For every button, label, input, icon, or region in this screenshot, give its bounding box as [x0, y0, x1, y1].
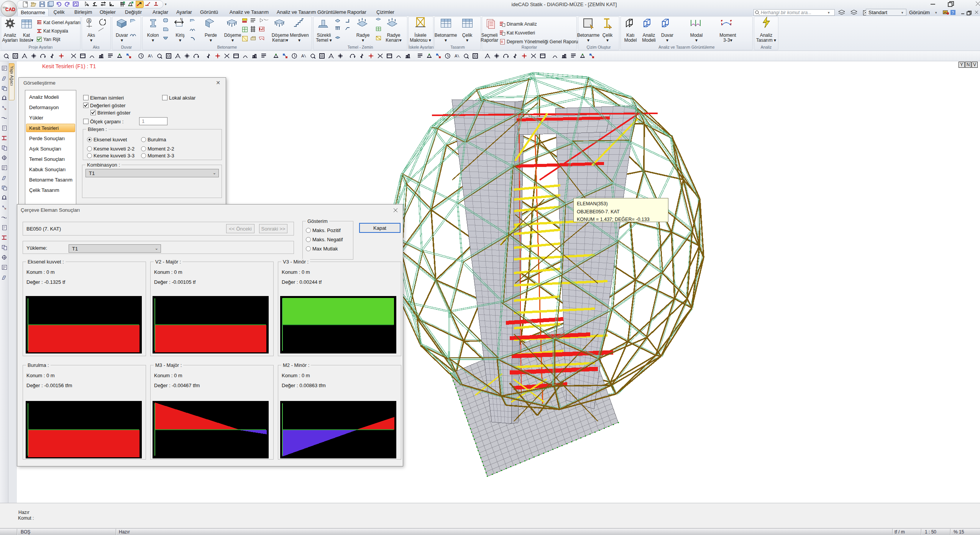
- svg-text:?: ?: [952, 10, 954, 15]
- svg-text:A: A: [301, 54, 304, 58]
- svg-text:N: N: [180, 17, 183, 21]
- svg-text:B: B: [501, 40, 503, 44]
- svg-text:A: A: [148, 54, 151, 58]
- svg-text:A: A: [455, 54, 458, 58]
- svg-text:A: A: [88, 19, 90, 23]
